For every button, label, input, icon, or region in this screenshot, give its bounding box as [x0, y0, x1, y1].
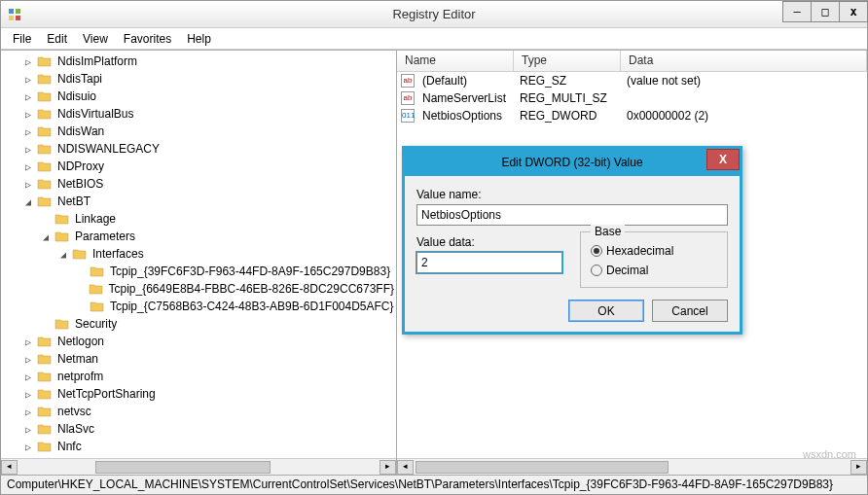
window-controls: — □ x [782, 1, 867, 22]
scroll-track[interactable] [18, 460, 380, 475]
value-name: NameServerList [418, 91, 516, 105]
tree-item[interactable]: ◢NetBT [1, 193, 396, 210]
dialog-titlebar[interactable]: Edit DWORD (32-bit) Value X [405, 149, 740, 176]
tree-item-label: NlaSvc [55, 422, 96, 436]
expander-icon[interactable]: ◢ [40, 231, 52, 242]
tree-item[interactable]: Security [1, 315, 396, 333]
scroll-thumb[interactable] [95, 461, 271, 474]
tree-item[interactable]: Tcpip_{C7568B63-C424-48B3-AB9B-6D1F004D5… [1, 298, 396, 315]
menu-favorites[interactable]: Favorites [116, 30, 179, 48]
scroll-left-button[interactable]: ◂ [397, 460, 414, 475]
value-name-label: Value name: [416, 188, 728, 201]
value-row[interactable]: ab(Default)REG_SZ(value not set) [397, 72, 867, 89]
tree-item[interactable]: Tcpip_{39FC6F3D-F963-44FD-8A9F-165C297D9… [1, 263, 396, 280]
folder-icon [37, 54, 53, 68]
tree-item[interactable]: ▷NdisImPlatform [1, 53, 396, 70]
scroll-right-button[interactable]: ▸ [380, 460, 396, 475]
tree-item-label: Ndisuio [55, 89, 98, 103]
tree-item[interactable]: ▷NdisTapi [1, 70, 396, 88]
expander-icon[interactable]: ▷ [22, 109, 34, 120]
scroll-right-button[interactable]: ▸ [850, 460, 867, 475]
tree-item[interactable]: ▷netprofm [1, 368, 396, 385]
titlebar[interactable]: Registry Editor — □ x [1, 1, 867, 28]
dialog-close-button[interactable]: X [706, 149, 740, 170]
tree-item[interactable]: ▷NetBIOS [1, 175, 396, 193]
expander-icon[interactable]: ◢ [22, 196, 34, 207]
menu-view[interactable]: View [75, 30, 116, 48]
scroll-left-button[interactable]: ◂ [1, 460, 18, 475]
tree-item-label: netprofm [55, 370, 105, 383]
tree-item[interactable]: ▷NDISWANLEGACY [1, 140, 396, 158]
expander-icon[interactable]: ▷ [22, 371, 34, 382]
expander-icon[interactable]: ▷ [22, 126, 34, 137]
col-data[interactable]: Data [621, 51, 867, 71]
tree-item[interactable]: ▷NetTcpPortSharing [1, 385, 396, 403]
expander-icon[interactable]: ▷ [22, 424, 34, 435]
ok-button[interactable]: OK [568, 300, 644, 322]
folder-icon [54, 317, 70, 331]
tree-item[interactable]: ◢Parameters [1, 228, 396, 245]
values-hscrollbar[interactable]: ◂ ▸ [397, 458, 867, 475]
expander-icon[interactable]: ▷ [22, 74, 34, 85]
menu-help[interactable]: Help [179, 30, 219, 48]
edit-dword-dialog[interactable]: Edit DWORD (32-bit) Value X Value name: … [402, 146, 742, 335]
expander-icon[interactable]: ▷ [22, 161, 34, 172]
tree-item[interactable]: ▷NDProxy [1, 158, 396, 175]
tree-item-label: Tcpip_{39FC6F3D-F963-44FD-8A9F-165C297D9… [108, 265, 392, 278]
folder-icon [90, 265, 105, 278]
folder-icon [37, 335, 53, 348]
expander-icon[interactable]: ▷ [22, 91, 34, 102]
minimize-button[interactable]: — [782, 1, 812, 22]
expander-icon[interactable]: ▷ [22, 56, 34, 67]
tree-item-label: NetBIOS [55, 177, 105, 191]
folder-icon [89, 282, 104, 296]
expander-icon[interactable]: ▷ [22, 179, 34, 190]
tree-item[interactable]: ◢Interfaces [1, 245, 396, 263]
tree-item[interactable]: ▷Nnfc [1, 438, 396, 455]
folder-icon [72, 247, 88, 261]
folder-icon [54, 212, 70, 226]
tree-item[interactable]: Tcpip_{6649E8B4-FBBC-46EB-826E-8DC29CC67… [1, 280, 396, 298]
tree-item[interactable]: ▷netvsc [1, 403, 396, 420]
expander-icon[interactable]: ▷ [22, 389, 34, 400]
tree-item-label: NetTcpPortSharing [55, 387, 158, 401]
expander-icon[interactable]: ◢ [57, 249, 69, 260]
expander-icon[interactable]: ▷ [22, 336, 34, 347]
registry-tree[interactable]: ▷NdisImPlatform▷NdisTapi▷Ndisuio▷NdisVir… [1, 51, 396, 458]
radio-dec[interactable] [591, 265, 602, 276]
value-type-icon: ab [401, 91, 415, 105]
tree-item[interactable]: ▷Netman [1, 350, 396, 368]
tree-item[interactable]: ▷Netlogon [1, 333, 396, 350]
maximize-button[interactable]: □ [811, 1, 840, 22]
value-row[interactable]: abNameServerListREG_MULTI_SZ [397, 89, 867, 107]
col-name[interactable]: Name [397, 51, 514, 71]
expander-icon[interactable]: ▷ [22, 407, 34, 417]
value-name-input[interactable] [416, 204, 728, 226]
tree-item[interactable]: ▷NdisWan [1, 123, 396, 140]
radio-hex-row[interactable]: Hexadecimal [591, 244, 717, 258]
tree-item-label: Netlogon [55, 335, 106, 348]
values-header[interactable]: Name Type Data [397, 51, 867, 72]
value-data: 0x00000002 (2) [623, 109, 867, 123]
expander-icon[interactable]: ▷ [22, 144, 34, 155]
radio-dec-row[interactable]: Decimal [591, 264, 717, 277]
scroll-track[interactable] [414, 460, 850, 475]
cancel-button[interactable]: Cancel [652, 300, 728, 322]
radio-hex[interactable] [591, 245, 602, 257]
tree-item[interactable]: ▷NlaSvc [1, 420, 396, 438]
tree-hscrollbar[interactable]: ◂ ▸ [1, 458, 396, 475]
expander-icon[interactable]: ▷ [22, 354, 34, 365]
menu-edit[interactable]: Edit [39, 30, 75, 48]
tree-item[interactable]: ▷NdisVirtualBus [1, 105, 396, 123]
tree-item-label: Linkage [73, 212, 118, 226]
menu-file[interactable]: File [5, 30, 39, 48]
value-row[interactable]: 011NetbiosOptionsREG_DWORD0x00000002 (2) [397, 107, 867, 124]
close-button[interactable]: x [839, 1, 868, 22]
radio-dec-label: Decimal [606, 264, 648, 277]
tree-item[interactable]: ▷Ndisuio [1, 88, 396, 105]
col-type[interactable]: Type [514, 51, 621, 71]
expander-icon[interactable]: ▷ [22, 442, 34, 452]
value-data-input[interactable] [416, 252, 562, 273]
scroll-thumb[interactable] [416, 461, 669, 474]
tree-item[interactable]: Linkage [1, 210, 396, 228]
